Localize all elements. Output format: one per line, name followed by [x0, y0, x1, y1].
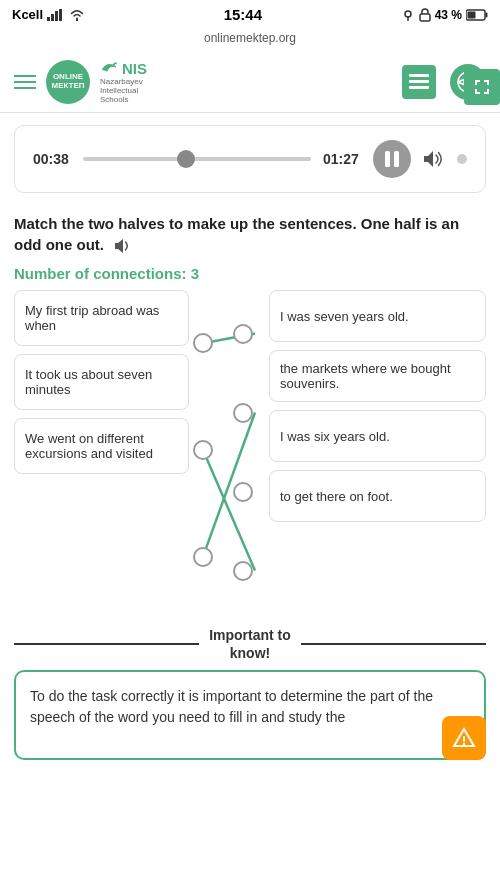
right-column: I was seven years old. the markets where… [269, 290, 486, 522]
wifi-icon [69, 9, 85, 21]
right-card-4[interactable]: to get there on foot. [269, 470, 486, 522]
svg-rect-2 [55, 11, 58, 21]
right-circle-2[interactable] [233, 403, 253, 423]
top-nav-left: ONLINE МЕКТЕП NIS Nazarbayev Intellectua… [14, 59, 147, 104]
right-card-3[interactable]: I was six years old. [269, 410, 486, 462]
hamburger-menu-button[interactable] [14, 75, 36, 89]
svg-rect-10 [409, 80, 429, 83]
svg-point-4 [405, 11, 411, 17]
audio-total-time: 01:27 [323, 151, 361, 167]
audio-volume-button[interactable] [423, 150, 445, 168]
time-display: 15:44 [224, 6, 262, 23]
battery-icon [466, 9, 488, 21]
instructions-text: Match the two halves to make up the sent… [14, 215, 459, 253]
svg-rect-5 [420, 14, 430, 21]
imp-line-left [14, 643, 199, 645]
right-card-2[interactable]: the markets where we bought souvenirs. [269, 350, 486, 402]
right-card-1[interactable]: I was seven years old. [269, 290, 486, 342]
nis-title: NIS [122, 60, 147, 77]
volume-icon [423, 150, 445, 168]
carrier-text: Kcell [12, 7, 43, 22]
top-nav: ONLINE МЕКТЕП NIS Nazarbayev Intellectua… [0, 51, 500, 113]
left-column: My first trip abroad was when It took us… [14, 290, 189, 474]
right-card-3-text: I was six years old. [280, 429, 390, 444]
info-card: To do the task correctly it is important… [14, 670, 486, 760]
left-circles [189, 290, 217, 610]
matching-columns: My first trip abroad was when It took us… [14, 290, 486, 610]
bird-icon [100, 59, 118, 77]
left-circle-1[interactable] [193, 333, 213, 353]
location-icon [401, 8, 415, 22]
status-left: Kcell [12, 7, 85, 22]
left-circle-2[interactable] [193, 440, 213, 460]
battery-text: 43 % [435, 8, 462, 22]
warning-badge [442, 716, 486, 760]
imp-line2: know! [209, 644, 291, 662]
logo-line2: МЕКТЕП [51, 82, 84, 91]
audio-current-time: 00:38 [33, 151, 71, 167]
left-card-2[interactable]: It took us about seven minutes [14, 354, 189, 410]
svg-rect-3 [59, 9, 62, 21]
list-icon [409, 74, 429, 90]
logo-circle: ONLINE МЕКТЕП [46, 60, 90, 104]
svg-rect-9 [409, 74, 429, 77]
svg-rect-18 [463, 736, 465, 742]
instructions: Match the two halves to make up the sent… [0, 205, 500, 261]
right-circle-3[interactable] [233, 482, 253, 502]
svg-rect-1 [51, 14, 54, 21]
signal-icon [47, 9, 65, 21]
nis-sub1: Nazarbayev [100, 77, 147, 86]
url-text: onlinemektep.org [204, 31, 296, 45]
info-card-text: To do the task correctly it is important… [30, 688, 433, 725]
nis-sub3: Schools [100, 95, 147, 104]
svg-point-19 [463, 743, 465, 745]
list-view-button[interactable] [402, 65, 436, 99]
audio-track-bg [83, 157, 311, 161]
status-bar: Kcell 15:44 43 % [0, 0, 500, 29]
lock-icon [419, 8, 431, 22]
matching-area: My first trip abroad was when It took us… [14, 290, 486, 610]
right-circle-4[interactable] [233, 561, 253, 581]
audio-pause-button[interactable] [373, 140, 411, 178]
left-card-2-text: It took us about seven minutes [25, 367, 178, 397]
imp-text: Important to know! [199, 626, 301, 662]
expand-icon [473, 78, 491, 96]
connections-count: Number of connections: 3 [0, 261, 500, 290]
audio-track[interactable] [83, 149, 311, 169]
left-circle-3[interactable] [193, 547, 213, 567]
imp-line1: Important to [209, 626, 291, 644]
svg-rect-8 [486, 12, 488, 17]
circles-container [189, 290, 269, 610]
svg-rect-14 [394, 151, 399, 167]
left-card-1[interactable]: My first trip abroad was when [14, 290, 189, 346]
url-bar: onlinemektep.org [0, 29, 500, 51]
pause-icon [384, 150, 400, 168]
warning-icon [452, 726, 476, 750]
audio-player: 00:38 01:27 [14, 125, 486, 193]
imp-line-right [301, 643, 486, 645]
left-card-3[interactable]: We went on different excursions and visi… [14, 418, 189, 474]
audio-dot [457, 154, 467, 164]
right-card-4-text: to get there on foot. [280, 489, 393, 504]
right-card-2-text: the markets where we bought souvenirs. [280, 361, 475, 391]
svg-rect-0 [47, 17, 50, 21]
svg-rect-11 [409, 86, 429, 89]
sound-icon [114, 238, 134, 254]
instructions-sound-button[interactable] [114, 238, 134, 254]
left-card-3-text: We went on different excursions and visi… [25, 431, 178, 461]
svg-rect-13 [385, 151, 390, 167]
status-right: 43 % [401, 8, 488, 22]
middle-column [189, 290, 269, 610]
important-section: Important to know! [14, 626, 486, 662]
nis-sub2: Intellectual [100, 86, 147, 95]
right-circle-1[interactable] [233, 324, 253, 344]
connections-label: Number of connections: 3 [14, 265, 199, 282]
svg-rect-7 [468, 11, 476, 18]
right-circles [217, 290, 269, 610]
right-card-1-text: I was seven years old. [280, 309, 409, 324]
audio-thumb[interactable] [177, 150, 195, 168]
nis-block: NIS Nazarbayev Intellectual Schools [100, 59, 147, 104]
left-card-1-text: My first trip abroad was when [25, 303, 178, 333]
expand-button[interactable] [464, 69, 500, 105]
